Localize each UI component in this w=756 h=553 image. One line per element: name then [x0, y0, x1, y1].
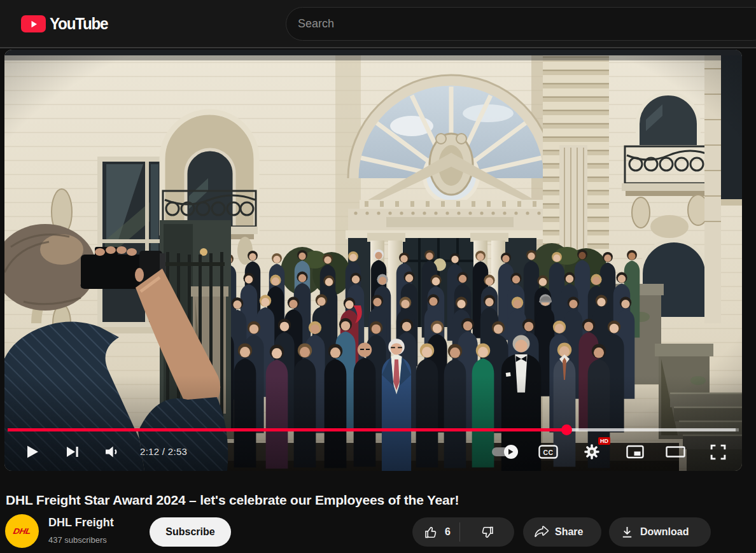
share-arrow-icon	[534, 524, 549, 540]
autoplay-toggle[interactable]	[487, 439, 520, 465]
youtube-logo-text: YouTube	[50, 15, 108, 33]
video-frame	[4, 50, 742, 471]
progress-scrubber[interactable]	[561, 424, 572, 435]
channel-avatar[interactable]: DHL	[5, 514, 39, 548]
search-input[interactable]	[286, 8, 732, 40]
channel-name[interactable]: DHL Freight	[48, 516, 114, 529]
youtube-watch-page: { "masthead": { "logo_text": "YouTube", …	[0, 0, 756, 553]
hd-quality-badge: HD	[598, 437, 610, 445]
svg-text:CC: CC	[543, 449, 553, 456]
subtitles-icon: CC	[538, 444, 558, 459]
youtube-logo[interactable]: YouTube	[21, 15, 109, 33]
time-display: 2:12 / 2:53	[140, 446, 187, 457]
like-count: 6	[445, 526, 451, 538]
progress-remaining	[736, 428, 739, 431]
download-label: Download	[640, 526, 689, 538]
next-icon	[64, 444, 81, 460]
share-button[interactable]: Share	[523, 517, 601, 547]
masthead: YouTube	[0, 0, 756, 48]
subscribe-button[interactable]: Subscribe	[150, 517, 231, 547]
thumbs-down-icon	[480, 525, 494, 540]
play-icon	[24, 444, 40, 460]
settings-button[interactable]: HD	[578, 439, 605, 465]
fullscreen-button[interactable]	[704, 439, 731, 465]
video-title: DHL Freight Star Award 2024 – let's cele…	[6, 493, 738, 508]
player-controls: 2:12 / 2:53 CC HD	[4, 438, 742, 466]
subtitles-button[interactable]: CC	[535, 439, 561, 465]
download-icon	[620, 525, 634, 540]
fullscreen-icon	[710, 444, 727, 461]
thumbs-up-icon	[424, 525, 438, 540]
channel-avatar-text: DHL	[12, 526, 31, 535]
volume-icon	[104, 444, 122, 459]
autoplay-toggle-icon	[492, 447, 515, 456]
settings-gear-icon	[583, 443, 601, 461]
search-box	[286, 7, 756, 41]
miniplayer-button[interactable]	[622, 439, 648, 465]
theater-icon	[666, 445, 685, 459]
youtube-play-icon	[21, 15, 46, 32]
share-label: Share	[555, 526, 583, 538]
like-dislike-bar: 6	[412, 517, 514, 547]
volume-button[interactable]	[101, 439, 124, 465]
video-player[interactable]: 2:12 / 2:53 CC HD	[4, 50, 742, 471]
dislike-button[interactable]	[460, 525, 514, 540]
theater-mode-button[interactable]	[661, 439, 689, 465]
download-button[interactable]: Download	[609, 517, 711, 547]
play-button[interactable]	[21, 439, 43, 465]
like-button[interactable]: 6	[412, 525, 451, 540]
progress-buffered	[566, 428, 736, 431]
subscriber-count: 437 subscribers	[48, 535, 107, 545]
progress-bar[interactable]	[8, 428, 739, 431]
miniplayer-icon	[626, 445, 644, 459]
progress-played	[8, 428, 566, 431]
next-button[interactable]	[62, 439, 83, 465]
